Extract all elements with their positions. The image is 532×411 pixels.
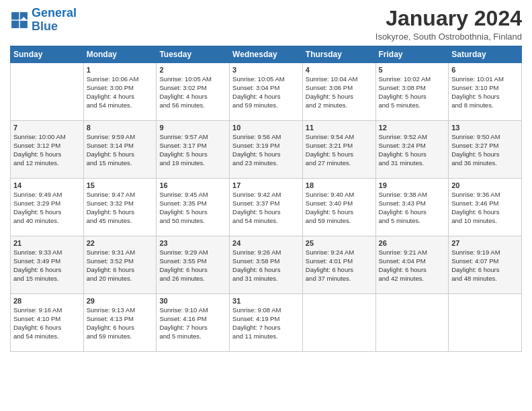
day-header-thursday: Thursday [302,46,375,63]
cell-info: Sunrise: 9:26 AMSunset: 3:58 PMDaylight:… [232,248,300,283]
month-title: January 2024 [375,7,522,30]
day-number: 2 [159,66,226,74]
cell-info: Sunrise: 10:01 AMSunset: 3:10 PMDaylight… [451,75,519,109]
day-number: 11 [306,124,373,132]
cell-info: Sunrise: 9:42 AMSunset: 3:37 PMDaylight:… [232,191,300,225]
week-row-5: 28Sunrise: 9:16 AMSunset: 4:10 PMDayligh… [11,294,522,352]
day-number: 24 [232,239,300,247]
day-number: 23 [159,239,226,247]
day-number: 27 [451,239,519,247]
day-number: 6 [451,66,519,74]
cell-info: Sunrise: 9:29 AMSunset: 3:55 PMDaylight:… [159,248,226,283]
cell-5-7 [449,294,522,352]
cell-info: Sunrise: 9:10 AMSunset: 4:16 PMDaylight:… [159,306,226,340]
cell-5-2: 29Sunrise: 9:13 AMSunset: 4:13 PMDayligh… [83,294,157,352]
cell-info: Sunrise: 9:21 AMSunset: 4:04 PMDaylight:… [379,248,446,283]
cell-info: Sunrise: 9:08 AMSunset: 4:19 PMDaylight:… [232,306,300,340]
cell-info: Sunrise: 10:00 AMSunset: 3:12 PMDaylight… [13,133,81,167]
day-number: 14 [13,181,81,189]
svg-rect-3 [11,20,19,28]
cell-info: Sunrise: 9:19 AMSunset: 4:07 PMDaylight:… [451,248,519,283]
cell-5-4: 31Sunrise: 9:08 AMSunset: 4:19 PMDayligh… [230,294,303,352]
cell-5-5 [302,294,375,352]
svg-marker-4 [20,20,28,28]
day-number: 29 [87,297,154,305]
cell-info: Sunrise: 9:52 AMSunset: 3:24 PMDaylight:… [379,133,446,167]
day-number: 30 [159,297,226,305]
logo-blue: Blue [32,19,58,33]
cell-2-7: 13Sunrise: 9:50 AMSunset: 3:27 PMDayligh… [449,121,522,179]
day-number: 19 [379,181,446,189]
cell-info: Sunrise: 9:36 AMSunset: 3:46 PMDaylight:… [451,191,519,225]
day-number: 16 [159,181,226,189]
cell-info: Sunrise: 10:05 AMSunset: 3:02 PMDaylight… [159,75,226,109]
cell-4-3: 23Sunrise: 9:29 AMSunset: 3:55 PMDayligh… [157,236,230,294]
cell-2-6: 12Sunrise: 9:52 AMSunset: 3:24 PMDayligh… [375,121,449,179]
cell-info: Sunrise: 9:50 AMSunset: 3:27 PMDaylight:… [451,133,519,167]
cell-info: Sunrise: 9:56 AMSunset: 3:19 PMDaylight:… [232,133,300,167]
day-number: 10 [232,124,300,132]
page: General Blue January 2024 Isokyroe, Sout… [0,0,532,411]
cell-4-1: 21Sunrise: 9:33 AMSunset: 3:49 PMDayligh… [11,236,84,294]
cell-4-6: 26Sunrise: 9:21 AMSunset: 4:04 PMDayligh… [375,236,449,294]
day-header-friday: Friday [375,46,449,63]
cell-info: Sunrise: 9:24 AMSunset: 4:01 PMDaylight:… [306,248,373,283]
cell-4-2: 22Sunrise: 9:31 AMSunset: 3:52 PMDayligh… [83,236,157,294]
cell-1-1 [11,63,84,121]
cell-info: Sunrise: 10:06 AMSunset: 3:00 PMDaylight… [87,75,154,109]
day-number: 12 [379,124,446,132]
logo-general: General [32,6,77,19]
cell-info: Sunrise: 9:57 AMSunset: 3:17 PMDaylight:… [159,133,226,167]
day-number: 1 [87,66,154,74]
cell-info: Sunrise: 10:02 AMSunset: 3:08 PMDaylight… [379,75,446,109]
day-number: 15 [87,181,154,189]
day-number: 4 [306,66,373,74]
cell-2-5: 11Sunrise: 9:54 AMSunset: 3:21 PMDayligh… [302,121,375,179]
week-row-1: 1Sunrise: 10:06 AMSunset: 3:00 PMDayligh… [11,63,522,121]
cell-info: Sunrise: 9:45 AMSunset: 3:35 PMDaylight:… [159,191,226,225]
cell-1-6: 5Sunrise: 10:02 AMSunset: 3:08 PMDayligh… [375,63,449,121]
cell-1-2: 1Sunrise: 10:06 AMSunset: 3:00 PMDayligh… [83,63,157,121]
logo-text: General Blue [32,7,77,34]
week-row-2: 7Sunrise: 10:00 AMSunset: 3:12 PMDayligh… [11,121,522,179]
day-number: 5 [379,66,446,74]
logo: General Blue [10,7,77,34]
cell-info: Sunrise: 10:04 AMSunset: 3:06 PMDaylight… [306,75,373,109]
cell-info: Sunrise: 9:33 AMSunset: 3:49 PMDaylight:… [13,248,81,283]
cell-info: Sunrise: 9:47 AMSunset: 3:32 PMDaylight:… [87,191,154,225]
day-header-wednesday: Wednesday [230,46,303,63]
cell-2-3: 9Sunrise: 9:57 AMSunset: 3:17 PMDaylight… [157,121,230,179]
day-number: 31 [232,297,300,305]
header: General Blue January 2024 Isokyroe, Sout… [10,7,522,42]
day-number: 18 [306,181,373,189]
cell-info: Sunrise: 10:05 AMSunset: 3:04 PMDaylight… [232,75,300,109]
cell-3-1: 14Sunrise: 9:49 AMSunset: 3:29 PMDayligh… [11,179,84,236]
cell-info: Sunrise: 9:49 AMSunset: 3:29 PMDaylight:… [13,191,81,225]
day-number: 26 [379,239,446,247]
cell-4-5: 25Sunrise: 9:24 AMSunset: 4:01 PMDayligh… [302,236,375,294]
day-number: 9 [159,124,226,132]
cell-5-6 [375,294,449,352]
day-number: 21 [13,239,81,247]
day-number: 28 [13,297,81,305]
cell-info: Sunrise: 9:40 AMSunset: 3:40 PMDaylight:… [306,191,373,225]
cell-4-4: 24Sunrise: 9:26 AMSunset: 3:58 PMDayligh… [230,236,303,294]
location: Isokyroe, South Ostrobothnia, Finland [375,32,522,42]
day-header-tuesday: Tuesday [157,46,230,63]
day-header-monday: Monday [83,46,157,63]
header-row: SundayMondayTuesdayWednesdayThursdayFrid… [11,46,522,63]
title-area: January 2024 Isokyroe, South Ostrobothni… [375,7,522,42]
day-number: 17 [232,181,300,189]
cell-3-3: 16Sunrise: 9:45 AMSunset: 3:35 PMDayligh… [157,179,230,236]
day-header-sunday: Sunday [11,46,84,63]
cell-1-3: 2Sunrise: 10:05 AMSunset: 3:02 PMDayligh… [157,63,230,121]
day-number: 7 [13,124,81,132]
cell-1-4: 3Sunrise: 10:05 AMSunset: 3:04 PMDayligh… [230,63,303,121]
cell-3-4: 17Sunrise: 9:42 AMSunset: 3:37 PMDayligh… [230,179,303,236]
week-row-4: 21Sunrise: 9:33 AMSunset: 3:49 PMDayligh… [11,236,522,294]
cell-5-1: 28Sunrise: 9:16 AMSunset: 4:10 PMDayligh… [11,294,84,352]
cell-4-7: 27Sunrise: 9:19 AMSunset: 4:07 PMDayligh… [449,236,522,294]
day-number: 3 [232,66,300,74]
cell-1-7: 6Sunrise: 10:01 AMSunset: 3:10 PMDayligh… [449,63,522,121]
week-row-3: 14Sunrise: 9:49 AMSunset: 3:29 PMDayligh… [11,179,522,236]
